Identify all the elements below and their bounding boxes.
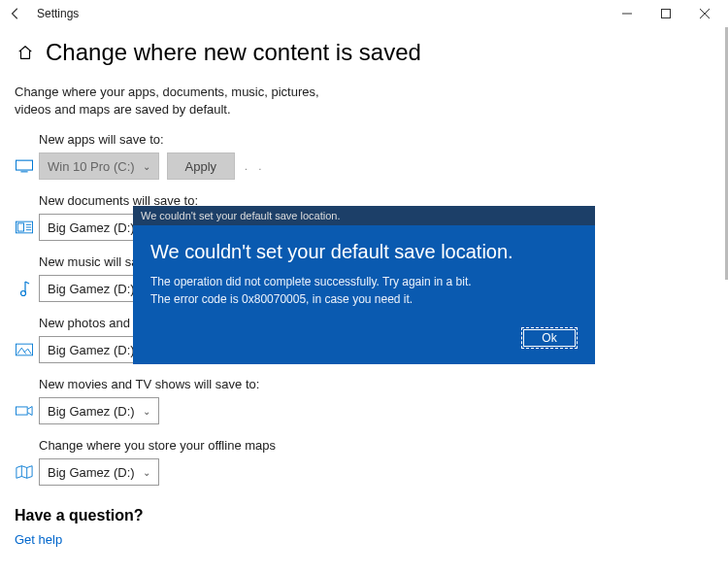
documents-icon: [15, 220, 34, 234]
section-movies: New movies and TV shows will save to: Bi…: [15, 377, 713, 424]
intro-text: Change where your apps, documents, music…: [15, 84, 335, 118]
svg-rect-4: [16, 161, 32, 171]
back-button[interactable]: [4, 2, 27, 25]
window-controls: [608, 0, 724, 27]
ok-label: Ok: [542, 331, 556, 345]
maps-label: Change where you store your offline maps: [39, 438, 713, 453]
photos-dropdown-value: Big Gamez (D:): [48, 343, 135, 357]
section-apps: New apps will save to: Win 10 Pro (C:) ⌄…: [15, 132, 713, 180]
get-help-link[interactable]: Get help: [15, 532, 713, 547]
svg-rect-1: [662, 10, 671, 18]
home-icon[interactable]: [15, 42, 36, 63]
svg-point-11: [21, 291, 26, 296]
error-dialog: We couldn't set your default save locati…: [133, 206, 595, 364]
music-icon: [15, 280, 34, 297]
page-title: Change where new content is saved: [46, 39, 421, 66]
dialog-title: We couldn't set your default save locati…: [150, 241, 578, 263]
apply-button[interactable]: Apply: [167, 152, 236, 180]
movies-dropdown-value: Big Gamez (D:): [48, 404, 135, 419]
question-section: Have a question? Get help: [15, 507, 713, 547]
dialog-line1: The operation did not complete successfu…: [150, 275, 472, 288]
apps-icon: [15, 159, 34, 173]
close-button[interactable]: [685, 0, 724, 27]
minimize-button[interactable]: [608, 0, 646, 27]
maps-dropdown[interactable]: Big Gamez (D:) ⌄: [39, 458, 159, 486]
movies-icon: [15, 404, 34, 418]
svg-rect-12: [16, 345, 32, 356]
svg-rect-7: [17, 223, 23, 231]
apps-dropdown-value: Win 10 Pro (C:): [48, 159, 135, 174]
question-heading: Have a question?: [15, 507, 713, 524]
movies-label: New movies and TV shows will save to:: [39, 377, 713, 391]
maximize-button[interactable]: [646, 0, 685, 27]
apps-dropdown[interactable]: Win 10 Pro (C:) ⌄: [39, 152, 159, 180]
page-title-row: Change where new content is saved: [15, 39, 713, 66]
dialog-ok-button[interactable]: Ok: [521, 327, 578, 349]
chevron-down-icon: ⌄: [143, 467, 150, 478]
dialog-body: We couldn't set your default save locati…: [133, 225, 595, 320]
section-maps: Change where you store your offline maps…: [15, 438, 713, 486]
scrollbar[interactable]: [720, 27, 728, 571]
chevron-down-icon: ⌄: [143, 406, 150, 417]
apply-label: Apply: [185, 159, 217, 174]
dialog-line2: The error code is 0x80070005, in case yo…: [150, 292, 413, 306]
dialog-footer: Ok: [133, 320, 595, 364]
window-title: Settings: [37, 7, 79, 20]
photos-icon: [15, 343, 34, 356]
chevron-down-icon: ⌄: [143, 161, 150, 172]
maps-icon: [15, 464, 34, 480]
dialog-header: We couldn't set your default save locati…: [133, 206, 595, 225]
apps-label: New apps will save to:: [39, 132, 713, 147]
dialog-message: The operation did not complete successfu…: [150, 273, 578, 308]
window-titlebar: Settings: [0, 0, 728, 27]
maps-dropdown-value: Big Gamez (D:): [48, 465, 135, 480]
music-dropdown-value: Big Gamez (D:): [48, 282, 135, 296]
movies-dropdown[interactable]: Big Gamez (D:) ⌄: [39, 397, 159, 424]
documents-dropdown-value: Big Gamez (D:): [48, 220, 135, 235]
loading-dots: . .: [245, 161, 263, 172]
svg-rect-13: [16, 407, 27, 415]
